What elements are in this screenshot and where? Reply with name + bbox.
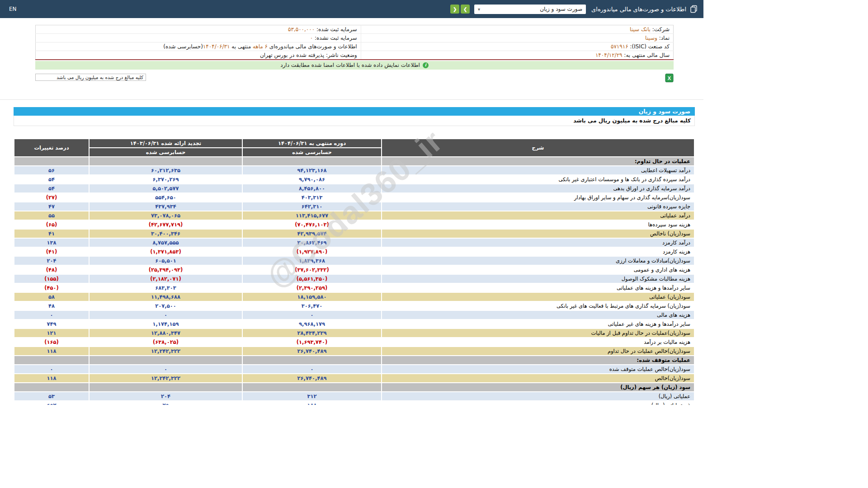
info-row-isic: کد صنعت (ISIC): ۵۷۱۹۱۶ اطلاعات و صورت‌ها… <box>36 42 674 51</box>
current-period-value: ۳۱۲ <box>243 392 381 400</box>
change-percent-value: ۱۱۸ <box>14 374 89 382</box>
statement-row: هزینه مطالبات مشکوک الوصول(۵,۵۶۱,۳۵۰)(۲,… <box>14 275 694 283</box>
language-toggle-en[interactable]: EN <box>9 6 17 12</box>
company-label: شرکت: <box>652 26 670 33</box>
row-label: درآمد کارمزد <box>382 239 694 247</box>
change-percent-value: ۰ <box>14 365 89 373</box>
restated-period-value: ۱۲,۸۸۰,۳۴۷ <box>90 329 242 337</box>
period-text-1: اطلاعات و صورت‌های مالی میاندوره‌ای <box>268 43 357 50</box>
unit-note-box: کلیه مبالغ درج شده به میلیون ریال می باش… <box>35 74 146 81</box>
change-percent-value: (۲۷) <box>14 193 89 202</box>
statement-row: هزینه های اداری و عمومی(۳۷,۶۰۲,۳۳۲)(۲۵,۳… <box>14 266 694 274</box>
section-label: عملیات متوقف شده: <box>382 356 694 364</box>
restated-period-value: (۴۲,۶۷۷,۷۱۹) <box>90 221 242 229</box>
section-row: عملیات در حال تداوم: <box>14 157 694 165</box>
restated-period-value: ۵,۵۰۲,۵۷۷ <box>90 184 242 192</box>
current-period-value: ۱۸۸ <box>243 401 381 405</box>
restated-period-value: ۱۲,۲۴۲,۳۲۲ <box>90 347 242 355</box>
current-period-value: ۸,۴۵۶,۸۰۰ <box>243 184 381 192</box>
next-statement-button[interactable]: ❯ <box>461 5 470 14</box>
restated-period-value: ۷۳,۰۷۸,۰۶۵ <box>90 211 242 220</box>
row-label: هزینه های مالی <box>382 311 694 319</box>
statement-type-select[interactable]: صورت سود و زیان ▾ <box>474 5 586 14</box>
income-statement-section: @Codal360_ir صورت سود و زیان کلیه مبالغ … <box>14 107 695 405</box>
row-label: درآمد سپرده گذاری در بانک ها و موسسات اع… <box>382 175 694 183</box>
isic-label: کد صنعت (ISIC): <box>630 43 670 50</box>
row-label: غیرعملیاتی (ریال) <box>382 401 694 405</box>
change-percent-value: (۶۵) <box>14 221 89 229</box>
statement-row: هزینه کارمزد(۱,۹۲۷,۸۹۰)(۱,۳۷۱,۸۵۳)(۴۱) <box>14 248 694 256</box>
restated-period-value: ۱,۱۷۴,۱۵۹ <box>90 320 242 328</box>
current-period-value: ۹,۹۶۸,۱۷۹ <box>243 320 381 328</box>
change-percent-value: ۱۱۸ <box>14 347 89 355</box>
statement-row: هزینه مالیات بر درآمد(۱,۶۹۳,۷۴۰)(۶۳۸,۰۲۵… <box>14 338 694 346</box>
isic-value: ۵۷۱۹۱۶ <box>611 43 628 50</box>
statement-row: درآمد کارمزد۲۰,۸۶۲,۴۶۹۸,۷۵۷,۵۵۵۱۳۸ <box>14 239 694 247</box>
current-period-value: (۳۷,۶۰۲,۳۳۲) <box>243 266 381 274</box>
row-label: هزینه های اداری و عمومی <box>382 266 694 274</box>
section-row: عملیات متوقف شده: <box>14 356 694 364</box>
excel-export-icon[interactable]: X <box>665 74 674 82</box>
current-period-value: ۱,۸۳۹,۳۶۸ <box>243 257 381 265</box>
svg-text:X: X <box>668 75 671 80</box>
change-percent-value: ۴۱ <box>14 230 89 238</box>
statement-row: سود(زیان) عملیاتی۱۸,۱۵۹,۵۸۰۱۱,۴۹۸,۶۸۸۵۸ <box>14 293 694 301</box>
current-period-value: ۱۸,۱۵۹,۵۸۰ <box>243 293 381 301</box>
restated-period-value: ۶۸۳,۳۰۳ <box>90 284 242 292</box>
fiscal-year-label: سال مالی منتهی به: <box>624 52 670 58</box>
change-percent-value: ۵۸ <box>14 293 89 301</box>
current-period-value: ۲۰,۸۶۲,۴۶۹ <box>243 239 381 247</box>
change-percent-value: ۱۲۱ <box>14 329 89 337</box>
restated-period-value: ۲۵ <box>90 401 242 405</box>
current-period-value: ۲۶,۷۴۰,۴۸۹ <box>243 347 381 355</box>
statement-row: هزینه های مالی۰۰۰ <box>14 311 694 319</box>
unregistered-capital-label: سرمایه ثبت نشده: <box>315 35 357 41</box>
row-label: سود(زیان) ناخالص <box>382 230 694 238</box>
restated-period-value: ۱۲,۲۴۲,۳۲۲ <box>90 374 242 382</box>
row-label: درآمد عملیاتی <box>382 211 694 220</box>
change-percent-value: ۱۳۸ <box>14 239 89 247</box>
current-period-value: (۷۰,۴۷۶,۱۰۳) <box>243 221 381 229</box>
navbar-right-group: اطلاعات و صورت‌های مالی میاندوره‌ای صورت… <box>449 5 698 14</box>
row-label: درآمد سرمایه گذاری در اوراق بدهی <box>382 184 694 192</box>
symbol-label: نماد: <box>659 35 670 41</box>
current-period-value: ۳۰۶,۴۷۰ <box>243 302 381 310</box>
row-label: جایزه سپرده قانونی <box>382 202 694 211</box>
prev-statement-button[interactable]: ❮ <box>450 5 459 14</box>
restated-period-value: (۲۵,۳۹۴,۰۹۳) <box>90 266 242 274</box>
issuer-status-value: پذیرفته شده در بورس تهران <box>260 52 324 58</box>
current-period-value: ۱۱۳,۴۱۵,۶۷۷ <box>243 211 381 220</box>
table-header: شرح دوره منتهی به ۱۴۰۴/۰۶/۳۱ تجدید ارائه… <box>14 139 694 156</box>
page: اطلاعات و صورت‌های مالی میاندوره‌ای صورت… <box>0 0 703 405</box>
change-percent-value: ۵۴ <box>14 184 89 192</box>
statement-row: سود(زیان)خالص عملیات در حال تداوم۲۶,۷۴۰,… <box>14 347 694 355</box>
empty-cell <box>90 356 242 364</box>
row-label: سود(زیان) سرمایه گذاری های مرتبط با فعال… <box>382 302 694 310</box>
info-row-company: شرکت: بانک سینا سرمایه ثبت شده: ۵۳,۵۰۰,۰… <box>36 25 674 34</box>
restated-period-value: (۶۳۸,۰۲۵) <box>90 338 242 346</box>
header-restated-period: تجدید ارائه شده ۱۴۰۳/۰۶/۳۱ <box>90 139 242 147</box>
statement-row: درآمد سپرده گذاری در بانک ها و موسسات اع… <box>14 175 694 183</box>
row-label: سود(زیان)عملیات در حال تداوم قبل از مالی… <box>382 329 694 337</box>
info-icon: i <box>423 62 429 68</box>
restated-period-value: ۱۱,۴۹۸,۶۸۸ <box>90 293 242 301</box>
row-label: سود(زیان)مبادلات و معاملات ارزی <box>382 257 694 265</box>
statement-row: سایر درآمدها و هزینه های غیر عملیاتی۹,۹۶… <box>14 320 694 328</box>
tools-row: X کلیه مبالغ درج شده به میلیون ریال می ب… <box>35 74 674 83</box>
table-body: عملیات در حال تداوم:درآمد تسهیلات اعطایی… <box>14 157 694 405</box>
row-label: هزینه مطالبات مشکوک الوصول <box>382 275 694 283</box>
restated-period-value: ۳۰,۴۰۰,۳۴۶ <box>90 230 242 238</box>
restated-period-value: ۶۰,۲۱۲,۶۳۵ <box>90 166 242 174</box>
change-percent-value: (۴۵۰) <box>14 284 89 292</box>
info-row-symbol: نماد: وسینا سرمایه ثبت نشده: ۰ <box>36 34 674 42</box>
change-percent-value: (۱۶۵) <box>14 338 89 346</box>
current-period-value: ۲۶,۷۴۰,۴۸۹ <box>243 374 381 382</box>
current-period-value: (۱,۹۲۷,۸۹۰) <box>243 248 381 256</box>
statement-row: سود(زیان)مبادلات و معاملات ارزی۱,۸۳۹,۳۶۸… <box>14 257 694 265</box>
header-desc: شرح <box>382 139 694 156</box>
restated-period-value: ۰ <box>90 311 242 319</box>
registered-capital-value: ۵۳,۵۰۰,۰۰۰ <box>288 26 315 33</box>
header-restated-audited: حسابرسی شده <box>90 148 242 156</box>
signature-match-banner: i اطلاعات نمایش داده شده با اطلاعات امضا… <box>35 61 674 70</box>
change-percent-value: ۵۳ <box>14 392 89 400</box>
